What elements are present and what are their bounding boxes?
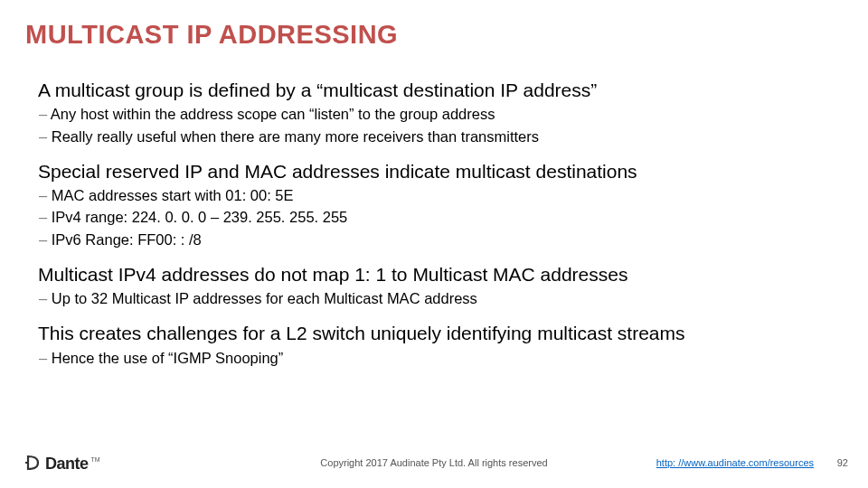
content-block: A multicast group is defined by a “multi… bbox=[38, 78, 834, 146]
sub-bullet: Really really useful when there are many… bbox=[38, 127, 834, 146]
sub-bullet: Any host within the address scope can “l… bbox=[38, 104, 834, 124]
content-block: This creates challenges for a L2 switch … bbox=[38, 321, 834, 368]
footer: Dante TM Copyright 2017 Audinate Pty Ltd… bbox=[0, 455, 868, 479]
lead-text: Multicast IPv4 addresses do not map 1: 1… bbox=[38, 262, 834, 286]
sub-bullet: Hence the use of “IGMP Snooping” bbox=[38, 348, 834, 368]
lead-text: Special reserved IP and MAC addresses in… bbox=[38, 159, 834, 183]
sub-bullet: MAC addresses start with 01: 00: 5E bbox=[38, 185, 834, 205]
slide-title: MULTICAST IP ADDRESSING bbox=[25, 20, 398, 50]
lead-text: A multicast group is defined by a “multi… bbox=[38, 78, 834, 102]
resources-link[interactable]: http: //www.audinate.com/resources bbox=[656, 457, 814, 468]
sub-bullet: IPv4 range: 224. 0. 0. 0 – 239. 255. 255… bbox=[38, 207, 834, 227]
content-block: Special reserved IP and MAC addresses in… bbox=[38, 159, 834, 249]
lead-text: This creates challenges for a L2 switch … bbox=[38, 321, 834, 345]
page-number: 92 bbox=[837, 457, 848, 468]
slide-content: A multicast group is defined by a “multi… bbox=[38, 78, 834, 380]
sub-bullet: IPv6 Range: FF00: : /8 bbox=[38, 230, 834, 249]
sub-bullet: Up to 32 Multicast IP addresses for each… bbox=[38, 288, 834, 308]
slide: MULTICAST IP ADDRESSING A multicast grou… bbox=[0, 0, 868, 488]
content-block: Multicast IPv4 addresses do not map 1: 1… bbox=[38, 262, 834, 309]
